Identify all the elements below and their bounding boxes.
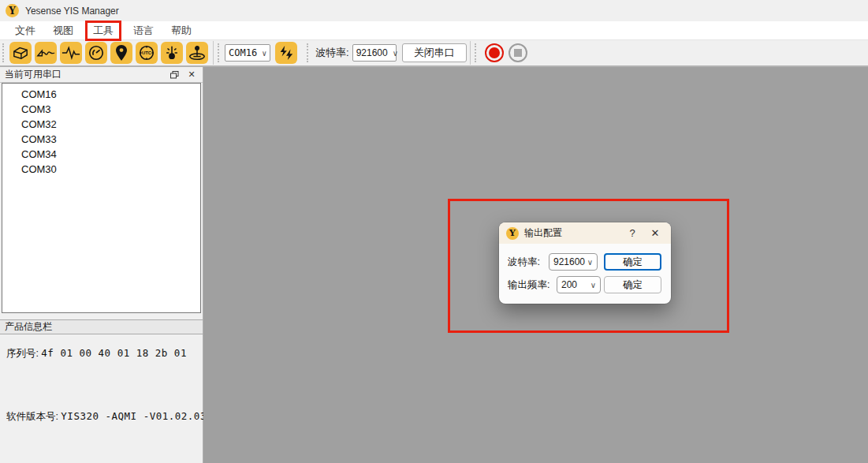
baud-rate-row: 波特率: 921600 ∨ 确定	[499, 253, 671, 271]
list-item-port[interactable]: COM33	[2, 132, 200, 147]
toolbar-grip[interactable]	[307, 43, 311, 62]
record-icon[interactable]	[485, 43, 504, 62]
port-select-value: COM16	[229, 47, 257, 58]
dock-header: 当前可用串口 ✕	[0, 67, 203, 83]
product-info-header: 产品信息栏	[0, 319, 203, 334]
list-item-port[interactable]: COM30	[2, 162, 200, 177]
list-item-port[interactable]: COM32	[2, 117, 200, 132]
workspace: Y 输出配置 ? ✕ 波特率: 921600 ∨ 确定 输出频率:	[203, 67, 868, 463]
app-window: Y Yesense YIS Manager 文件 视图 工具 语言 帮助	[0, 0, 868, 463]
dialog-logo-icon: Y	[506, 227, 519, 240]
toolbar-grip[interactable]	[2, 43, 6, 62]
dialog-title: 输出配置	[524, 226, 624, 240]
list-item-port[interactable]: COM3	[2, 102, 200, 117]
baud-confirm-button[interactable]: 确定	[604, 253, 661, 271]
window-title: Yesense YIS Manager	[25, 6, 119, 17]
serial-number-label: 序列号:	[6, 348, 39, 359]
output-rate-confirm-button[interactable]: 确定	[604, 276, 661, 293]
utc-clock-icon[interactable]: UTC	[136, 42, 158, 64]
content-area: 当前可用串口 ✕ COM16 COM3 COM32 COM33 COM34 CO…	[0, 67, 868, 463]
product-info-body: 序列号: 4f 01 00 40 01 18 2b 01 软件版本号: YIS3…	[0, 334, 203, 463]
dialog-title-bar: Y 输出配置 ? ✕	[499, 222, 671, 244]
stop-icon[interactable]	[509, 43, 527, 62]
menu-language[interactable]: 语言	[126, 21, 161, 40]
list-item-port[interactable]: COM16	[2, 87, 200, 102]
toolbar-grip[interactable]	[218, 43, 222, 62]
refresh-ports-icon[interactable]	[275, 42, 297, 64]
magnetometer-icon[interactable]	[186, 42, 208, 64]
software-version-label: 软件版本号:	[6, 411, 58, 422]
dialog-baud-label: 波特率:	[508, 256, 540, 269]
close-panel-icon[interactable]: ✕	[185, 69, 198, 80]
menu-bar: 文件 视图 工具 语言 帮助	[0, 21, 868, 40]
chevron-down-icon: ∨	[587, 258, 593, 267]
dialog-output-rate-label: 输出频率:	[508, 278, 549, 292]
serial-number-value: 4f 01 00 40 01 18 2b 01	[41, 347, 187, 359]
menu-tools[interactable]: 工具	[85, 21, 121, 41]
toolbar-separator	[470, 41, 471, 65]
attitude-waveform-icon[interactable]	[35, 42, 57, 64]
menu-file[interactable]: 文件	[8, 21, 43, 40]
temperature-icon[interactable]	[161, 42, 183, 64]
baud-select-value: 921600	[356, 47, 388, 58]
product-info-title: 产品信息栏	[5, 320, 52, 334]
software-version-value: YIS320 -AQMI -V01.02.03;	[61, 410, 213, 422]
float-panel-icon[interactable]	[168, 69, 181, 80]
port-select[interactable]: COM16 ∨	[225, 44, 270, 62]
cube-3d-icon[interactable]	[9, 42, 32, 64]
location-pin-icon[interactable]	[110, 42, 132, 64]
dialog-baud-value: 921600	[553, 256, 585, 267]
baud-rate-label: 波特率:	[315, 46, 349, 60]
app-logo-icon: Y	[6, 4, 19, 17]
dialog-output-rate-select[interactable]: 200 ∨	[557, 276, 601, 293]
serial-ports-dock: 当前可用串口 ✕ COM16 COM3 COM32 COM33 COM34 CO…	[0, 67, 203, 463]
raw-waveform-icon[interactable]	[60, 42, 82, 64]
baud-select[interactable]: 921600 ∨	[352, 44, 397, 62]
menu-help[interactable]: 帮助	[164, 21, 199, 40]
svg-text:UTC: UTC	[142, 50, 152, 55]
close-serial-port-button[interactable]: 关闭串口	[402, 43, 467, 62]
toolbar: UTC COM16 ∨ 波特率: 921600 ∨ 关闭串口	[0, 40, 868, 67]
chevron-down-icon: ∨	[393, 49, 398, 58]
title-bar: Y Yesense YIS Manager	[0, 0, 868, 21]
menu-view[interactable]: 视图	[46, 21, 80, 40]
dialog-close-icon[interactable]: ✕	[646, 227, 664, 239]
dialog-output-rate-value: 200	[561, 279, 577, 290]
chevron-down-icon: ∨	[590, 281, 596, 289]
gauge-icon[interactable]	[85, 42, 107, 64]
list-item-port[interactable]: COM34	[2, 147, 200, 162]
output-config-dialog: Y 输出配置 ? ✕ 波特率: 921600 ∨ 确定 输出频率:	[499, 222, 671, 304]
dialog-help-icon[interactable]: ?	[624, 227, 640, 239]
chevron-down-icon: ∨	[262, 49, 266, 58]
toolbar-separator	[213, 41, 214, 65]
output-rate-row: 输出频率: 200 ∨ 确定	[499, 276, 671, 293]
dialog-baud-select[interactable]: 921600 ∨	[549, 253, 598, 271]
toolbar-grip[interactable]	[475, 43, 479, 62]
port-list: COM16 COM3 COM32 COM33 COM34 COM30	[2, 83, 201, 313]
dock-title: 当前可用串口	[5, 68, 61, 81]
